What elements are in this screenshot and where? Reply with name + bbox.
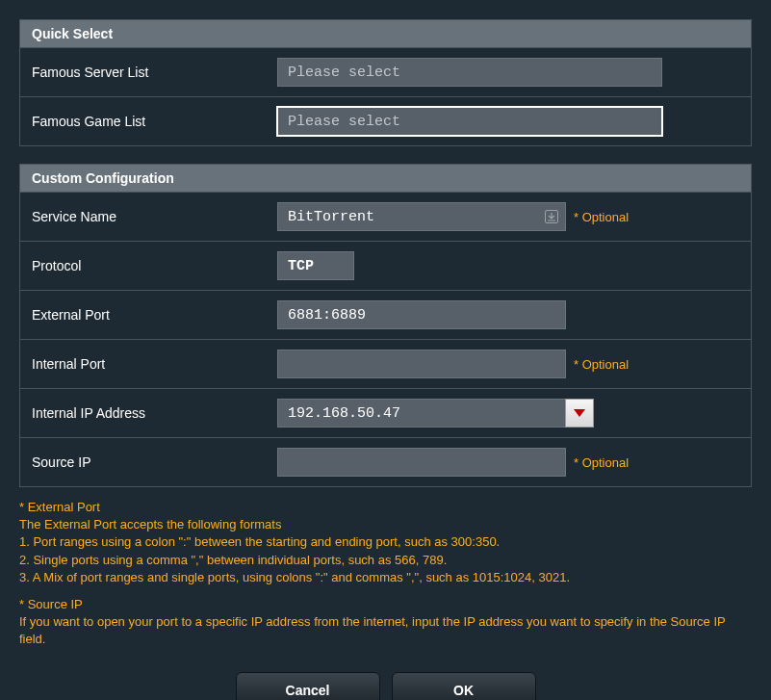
help-external-port-line2: 2. Single ports using a comma "," betwee… bbox=[19, 552, 752, 569]
button-bar: Cancel OK bbox=[19, 672, 752, 701]
protocol-row: Protocol TCP bbox=[20, 242, 751, 291]
help-source-ip-title: * Source IP bbox=[19, 596, 752, 613]
famous-game-row: Famous Game List Please select bbox=[20, 97, 751, 145]
help-external-port-line3: 3. A Mix of port ranges and single ports… bbox=[19, 569, 752, 586]
help-external-port-intro: The External Port accepts the following … bbox=[19, 516, 752, 533]
ok-button[interactable]: OK bbox=[392, 672, 536, 701]
protocol-label: Protocol bbox=[32, 258, 277, 273]
famous-server-select[interactable]: Please select bbox=[277, 58, 662, 87]
source-ip-input[interactable] bbox=[277, 448, 566, 477]
internal-port-row: Internal Port * Optional bbox=[20, 340, 751, 389]
optional-tag: * Optional bbox=[574, 357, 629, 372]
famous-server-row: Famous Server List Please select bbox=[20, 48, 751, 97]
chevron-down-icon bbox=[574, 409, 585, 417]
help-external-port-line1: 1. Port ranges using a colon ":" between… bbox=[19, 533, 752, 551]
cancel-button[interactable]: Cancel bbox=[236, 672, 380, 701]
source-ip-label: Source IP bbox=[32, 454, 277, 470]
famous-game-select[interactable]: Please select bbox=[277, 107, 662, 136]
custom-config-header: Custom Configuration bbox=[19, 164, 752, 193]
source-ip-row: Source IP * Optional bbox=[20, 438, 751, 486]
service-name-input[interactable] bbox=[277, 202, 566, 231]
internal-ip-input[interactable] bbox=[277, 399, 566, 428]
external-port-row: External Port bbox=[20, 291, 751, 340]
external-port-input[interactable] bbox=[277, 300, 566, 329]
hint-icon bbox=[545, 210, 558, 223]
help-text: * External Port The External Port accept… bbox=[19, 499, 752, 649]
help-external-port-title: * External Port bbox=[19, 499, 752, 516]
external-port-label: External Port bbox=[32, 307, 277, 323]
quick-select-body: Famous Server List Please select Famous … bbox=[19, 48, 752, 146]
optional-tag: * Optional bbox=[574, 210, 629, 224]
optional-tag: * Optional bbox=[574, 455, 629, 470]
internal-port-input[interactable] bbox=[277, 350, 566, 378]
internal-ip-row: Internal IP Address bbox=[20, 389, 751, 438]
internal-port-label: Internal Port bbox=[32, 356, 277, 372]
protocol-select[interactable]: TCP bbox=[277, 251, 354, 280]
service-name-row: Service Name * Optional bbox=[20, 193, 751, 242]
famous-game-label: Famous Game List bbox=[32, 114, 277, 129]
custom-config-body: Service Name * Optional Protocol TCP Ext… bbox=[19, 193, 752, 487]
quick-select-header: Quick Select bbox=[19, 19, 752, 48]
internal-ip-label: Internal IP Address bbox=[32, 405, 277, 421]
service-name-label: Service Name bbox=[32, 209, 277, 224]
famous-server-label: Famous Server List bbox=[32, 65, 277, 80]
ip-dropdown-button[interactable] bbox=[565, 399, 594, 428]
help-source-ip-body: If you want to open your port to a speci… bbox=[19, 613, 752, 648]
